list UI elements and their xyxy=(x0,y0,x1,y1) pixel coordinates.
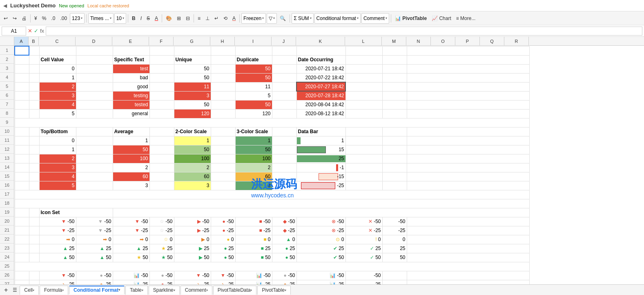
cell-N10[interactable] xyxy=(407,127,529,136)
cell-B5[interactable] xyxy=(29,82,39,91)
tab-pivottabledata[interactable]: PivotTableData ▾ xyxy=(213,286,257,295)
cell-A20[interactable] xyxy=(15,217,29,226)
cell-F12[interactable] xyxy=(149,145,174,154)
currency-button[interactable]: ¥ xyxy=(32,13,39,24)
cell-J26[interactable]: ● -50 xyxy=(272,271,296,280)
cell-J12[interactable] xyxy=(272,145,296,154)
bold-button[interactable]: B xyxy=(130,13,138,24)
cell-E1[interactable] xyxy=(113,46,149,55)
cell-H27[interactable]: ↘ -25 xyxy=(211,280,235,284)
cell-L10[interactable] xyxy=(345,127,382,136)
cell-C13[interactable]: 2 xyxy=(39,154,76,163)
cell-K11[interactable]: 1 xyxy=(296,136,345,145)
cell-G1[interactable] xyxy=(174,46,211,55)
cell-D13[interactable] xyxy=(76,154,113,163)
cell-F1[interactable] xyxy=(149,46,174,55)
col-header-O[interactable]: O xyxy=(431,37,455,45)
cell-G21[interactable]: ▶ -25 xyxy=(174,226,211,235)
cell-A21[interactable] xyxy=(15,226,29,235)
cell-E11[interactable]: 1 xyxy=(113,136,149,145)
tab-pivottable[interactable]: PivotTable ▾ xyxy=(257,286,290,295)
cell-H20[interactable]: ● -50 xyxy=(211,217,235,226)
cell-J21[interactable]: ◆ -25 xyxy=(272,226,296,235)
cell-K7[interactable]: 2020-08-04 18:42 xyxy=(296,100,345,109)
fontsize-dropdown[interactable]: 10 ▾ xyxy=(114,13,126,24)
cell-G15[interactable]: 60 xyxy=(174,172,211,181)
cell-N5[interactable] xyxy=(407,82,529,91)
rest-24[interactable] xyxy=(407,253,529,262)
cell-L21[interactable]: ✕ -25 xyxy=(345,226,382,235)
cell-E26[interactable]: 📊 -50 xyxy=(113,271,149,280)
cell-E20[interactable]: ▼ -50 xyxy=(113,217,149,226)
font-color-button[interactable]: A xyxy=(153,13,160,24)
cell-A15[interactable] xyxy=(15,172,29,181)
cell-N6[interactable] xyxy=(407,91,529,100)
cell-F21[interactable]: ☆ -25 xyxy=(149,226,174,235)
cell-H14[interactable] xyxy=(211,163,235,172)
cell-C22[interactable]: ➡ 0 xyxy=(39,235,76,244)
cell-C23[interactable]: ▲ 25 xyxy=(39,244,76,253)
rest-26[interactable] xyxy=(407,271,529,280)
cell-I2[interactable]: Duplicate xyxy=(235,55,272,64)
cell-M26[interactable] xyxy=(382,271,407,280)
col-header-I[interactable]: I xyxy=(235,37,272,45)
cell-D7[interactable] xyxy=(76,100,113,109)
cell-M2[interactable] xyxy=(382,55,407,64)
cell-B1[interactable] xyxy=(29,46,39,55)
cell-E12[interactable]: 50 xyxy=(113,145,149,154)
col-header-P[interactable]: P xyxy=(455,37,480,45)
cell-L3[interactable] xyxy=(345,64,382,73)
cell-L24[interactable]: ✓ 50 xyxy=(345,253,382,262)
cell-I24[interactable]: ■ 50 xyxy=(235,253,272,262)
percent-button[interactable]: % xyxy=(40,13,49,24)
rotate-button[interactable]: ⟲ xyxy=(221,13,230,24)
cell-J24[interactable]: ● 50 xyxy=(272,253,296,262)
cell-H24[interactable]: ● 50 xyxy=(211,253,235,262)
cell-J10[interactable] xyxy=(272,127,296,136)
cell-J11[interactable] xyxy=(272,136,296,145)
cell-A22[interactable] xyxy=(15,235,29,244)
cell-K6[interactable]: 2020-07-28 18:42 xyxy=(296,91,345,100)
cell-M7[interactable] xyxy=(382,100,407,109)
cell-M5[interactable] xyxy=(382,82,407,91)
cell-A19[interactable] xyxy=(15,208,29,217)
cell-K3[interactable]: 2020-07-21 18:42 xyxy=(296,64,345,73)
cell-F24[interactable]: ★ 50 xyxy=(149,253,174,262)
cell-C6[interactable]: 3 xyxy=(39,91,76,100)
cell-M6[interactable] xyxy=(382,91,407,100)
col-header-H[interactable]: H xyxy=(210,37,235,45)
cell-H6[interactable] xyxy=(211,91,235,100)
grid-content[interactable]: Cell Value Specific Text Unique Duplicat… xyxy=(14,46,644,284)
cell-H11[interactable] xyxy=(211,136,235,145)
cell-G27[interactable]: ↘ -25 xyxy=(174,280,211,284)
cell-I14[interactable]: 2 xyxy=(235,163,272,172)
cell-E3[interactable]: test xyxy=(113,64,149,73)
cell-C1[interactable] xyxy=(39,46,76,55)
cell-A13[interactable] xyxy=(15,154,29,163)
cell-J3[interactable] xyxy=(272,64,296,73)
cell-J5[interactable] xyxy=(272,82,296,91)
freeze-dropdown[interactable]: Freezen ▾ xyxy=(241,13,266,24)
cell-ref-input[interactable] xyxy=(2,27,26,36)
cell-E2[interactable]: Specific Text xyxy=(113,55,149,64)
cell-C2[interactable]: Cell Value xyxy=(39,55,76,64)
cell-F2[interactable] xyxy=(149,55,174,64)
cell-D27[interactable]: ● -25 xyxy=(76,280,113,284)
fill-color-button[interactable]: 🎨 xyxy=(164,13,174,24)
cell-I6[interactable]: 5 xyxy=(235,91,272,100)
cell-A27[interactable] xyxy=(15,280,29,284)
cell-F5[interactable] xyxy=(149,82,174,91)
cell-D26[interactable]: ● -50 xyxy=(76,271,113,280)
cell-E13[interactable]: 100 xyxy=(113,154,149,163)
cell-D15[interactable] xyxy=(76,172,113,181)
row-18-empty[interactable] xyxy=(15,199,529,208)
cell-F14[interactable] xyxy=(149,163,174,172)
cell-M14[interactable] xyxy=(382,163,407,172)
cell-F8[interactable] xyxy=(149,109,174,118)
tab-cell[interactable]: Cell ▾ xyxy=(20,286,39,295)
cell-A8[interactable] xyxy=(15,109,29,118)
comment-dropdown[interactable]: Comment ▾ xyxy=(361,13,389,24)
cell-J7[interactable] xyxy=(272,100,296,109)
cell-L22[interactable]: ! 0 xyxy=(345,235,382,244)
cell-M24[interactable]: 50 xyxy=(382,253,407,262)
